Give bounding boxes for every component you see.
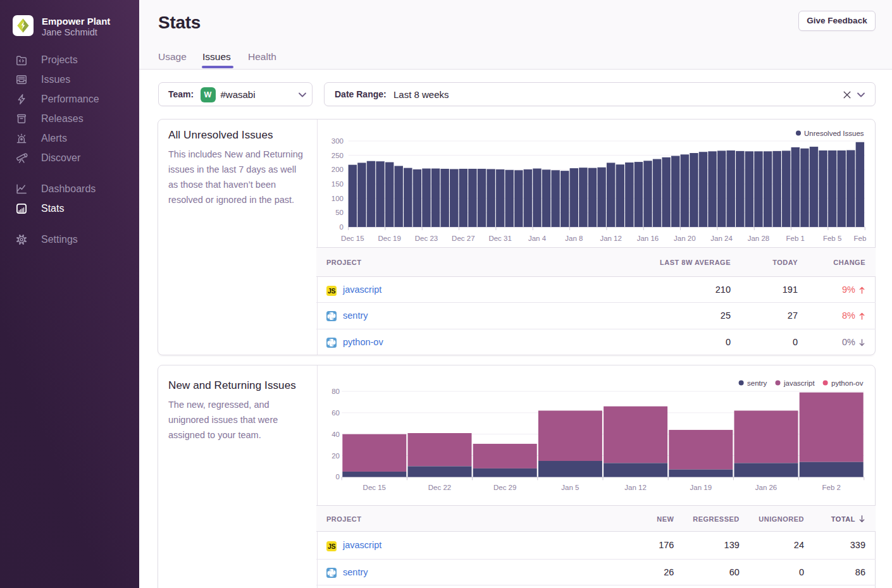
svg-text:20: 20 <box>331 452 340 460</box>
svg-text:300: 300 <box>331 137 344 145</box>
svg-text:Dec 22: Dec 22 <box>428 484 451 491</box>
svg-text:Feb 2: Feb 2 <box>822 484 840 491</box>
svg-text:Jan 19: Jan 19 <box>690 484 712 491</box>
svg-text:250: 250 <box>331 152 344 159</box>
svg-text:javascript: javascript <box>783 379 815 387</box>
svg-text:Jan 20: Jan 20 <box>674 235 696 242</box>
svg-text:Jan 12: Jan 12 <box>600 235 622 242</box>
svg-text:Jan 24: Jan 24 <box>710 235 733 242</box>
svg-text:Dec 31: Dec 31 <box>488 235 511 242</box>
svg-text:Dec 29: Dec 29 <box>493 484 516 491</box>
svg-text:150: 150 <box>331 180 344 188</box>
svg-text:Jan 8: Jan 8 <box>565 235 583 242</box>
svg-text:sentry: sentry <box>747 379 767 387</box>
svg-text:Jan 16: Jan 16 <box>637 235 659 242</box>
svg-text:Feb 5: Feb 5 <box>823 235 841 242</box>
svg-text:Dec 15: Dec 15 <box>363 484 386 491</box>
svg-text:Unresolved Issues: Unresolved Issues <box>804 130 864 137</box>
svg-text:Feb: Feb <box>853 235 866 242</box>
svg-text:Dec 19: Dec 19 <box>378 235 400 242</box>
svg-text:Feb 1: Feb 1 <box>786 235 805 242</box>
svg-text:Dec 23: Dec 23 <box>415 235 438 242</box>
svg-text:Dec 27: Dec 27 <box>452 235 474 242</box>
svg-text:Jan 4: Jan 4 <box>528 235 547 242</box>
svg-text:0: 0 <box>340 223 344 231</box>
svg-text:80: 80 <box>331 388 340 395</box>
svg-text:50: 50 <box>335 209 344 216</box>
svg-text:100: 100 <box>331 195 344 202</box>
svg-text:200: 200 <box>331 166 344 173</box>
svg-text:60: 60 <box>331 409 340 417</box>
svg-text:0: 0 <box>336 473 340 481</box>
svg-text:Jan 5: Jan 5 <box>561 484 579 491</box>
svg-text:python-ov: python-ov <box>831 379 864 387</box>
svg-text:Dec 15: Dec 15 <box>341 235 364 242</box>
svg-text:Jan 28: Jan 28 <box>748 235 770 242</box>
svg-text:40: 40 <box>331 431 340 438</box>
svg-text:Jan 12: Jan 12 <box>624 484 647 491</box>
svg-text:Jan 26: Jan 26 <box>755 484 777 491</box>
